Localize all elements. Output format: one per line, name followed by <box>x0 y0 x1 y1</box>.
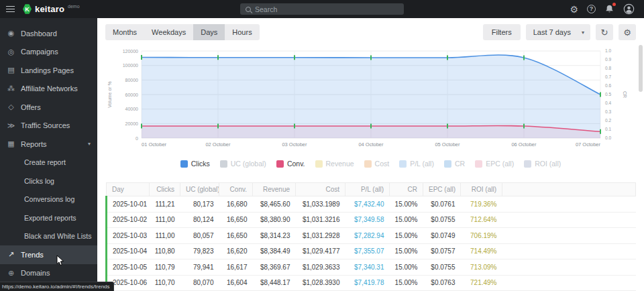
legend-item-revenue[interactable]: Revenue <box>315 160 354 168</box>
cell-epc: $0.0757 <box>423 243 461 259</box>
column-header-clicks[interactable]: Clicks <box>150 183 180 196</box>
svg-text:60000: 60000 <box>125 93 139 97</box>
column-header-revenue[interactable]: Revenue <box>253 183 296 196</box>
legend-swatch <box>524 160 531 168</box>
cell-pl: $7,282.94 <box>345 228 390 244</box>
column-header-roi[interactable]: ROI (all) <box>461 183 502 196</box>
cell-epc: $0.0755 <box>423 212 461 228</box>
user-avatar-icon[interactable] <box>623 3 635 15</box>
tab-hours[interactable]: Hours <box>225 24 259 40</box>
legend-item-clicks[interactable]: Clicks <box>180 160 210 168</box>
sidebar-item-trends[interactable]: ↗Trends <box>0 245 97 264</box>
menu-icon[interactable] <box>0 0 20 18</box>
table-row[interactable]: 2025-10-01111,2180,17316,680$8,465.60$1,… <box>107 196 636 213</box>
scrollbar-thumb[interactable] <box>639 45 643 92</box>
refresh-button[interactable]: ↻ <box>596 24 613 40</box>
cell-cr: 15.00% <box>390 259 423 276</box>
logo-text: keitaro <box>35 3 64 15</box>
column-header-day[interactable]: Day <box>107 183 150 196</box>
tab-months[interactable]: Months <box>105 24 144 40</box>
table-row[interactable]: 2025-10-05110,7979,94116,617$8,369.67$1,… <box>107 259 636 276</box>
sidebar-item-campaigns[interactable]: ◎Campaigns <box>0 43 97 62</box>
svg-text:0.3: 0.3 <box>605 109 611 114</box>
sidebar-item-exported-reports[interactable]: Exported reports <box>0 209 97 227</box>
svg-text:20000: 20000 <box>125 121 139 126</box>
svg-text:0.4: 0.4 <box>605 101 611 105</box>
svg-text:CR: CR <box>623 91 627 98</box>
sidebar-item-create-report[interactable]: Create report <box>0 154 97 172</box>
sidebar-item-affiliate-networks[interactable]: ⁂Affiliate Networks <box>0 80 97 99</box>
chevron-down-icon: ▾ <box>88 141 91 147</box>
app-logo[interactable]: K keitaro demo <box>23 3 80 15</box>
svg-text:120000: 120000 <box>123 49 138 54</box>
sidebar-item-label: Offers <box>21 103 41 111</box>
table-row[interactable]: 2025-10-04110,8079,82316,620$8,384.49$1,… <box>107 243 636 259</box>
legend-item-conv[interactable]: Conv. <box>276 160 305 168</box>
svg-text:02 October: 02 October <box>205 141 231 148</box>
legend-item-uc-global[interactable]: UC (global) <box>220 160 266 168</box>
trends-chart-svg: 02000040000600008000010000012000001 Octo… <box>105 44 636 152</box>
legend-item-cost[interactable]: Cost <box>364 160 390 168</box>
search-input[interactable] <box>255 5 398 13</box>
cell-cost: $1,033.1989 <box>296 196 345 213</box>
table-row[interactable]: 2025-10-03111,0080,05716,650$8,314.23$1,… <box>107 228 636 244</box>
column-header-cr[interactable]: CR <box>390 183 423 196</box>
cell-roi: 713.09% <box>461 259 502 276</box>
tab-days[interactable]: Days <box>193 24 225 40</box>
sidebar-item-domains[interactable]: ⊕Domains <box>0 264 97 283</box>
sidebar-item-traffic-sources[interactable]: ≫Traffic Sources <box>0 117 97 135</box>
legend-item-cr[interactable]: CR <box>444 160 465 168</box>
sidebar-item-black-and-white-lists[interactable]: Black and White Lists <box>0 227 97 246</box>
svg-text:04 October: 04 October <box>358 141 384 148</box>
cell-roi: 714.49% <box>461 243 502 259</box>
campaigns-icon: ◎ <box>7 48 15 56</box>
svg-text:07 October: 07 October <box>576 141 601 148</box>
notifications-bell-icon[interactable] <box>604 4 614 14</box>
cell-day: 2025-10-04 <box>107 243 150 259</box>
legend-item-epc-all[interactable]: EPC (all) <box>475 160 514 168</box>
svg-text:05 October: 05 October <box>435 141 460 148</box>
table-row[interactable]: 2025-10-02111,0080,12416,650$8,380.90$1,… <box>107 212 636 228</box>
cell-roi: 712.64% <box>461 212 502 228</box>
sidebar-item-label: Campaigns <box>21 48 58 56</box>
column-header-conv[interactable]: Conv. <box>219 183 253 196</box>
sidebar-item-dashboard[interactable]: ◉Dashboard <box>0 24 97 43</box>
cell-cr: 15.00% <box>390 243 423 259</box>
sidebar-item-offers[interactable]: ◇Offers <box>0 98 97 117</box>
cell-cr: 15.00% <box>390 196 423 213</box>
column-header-epc[interactable]: EPC (all) <box>423 183 461 196</box>
legend-label: Cost <box>375 160 390 168</box>
table-header-row: DayClicksUC (global)Conv.RevenueCostP/L … <box>107 183 636 196</box>
sidebar-item-clicks-log[interactable]: Clicks log <box>0 172 97 190</box>
svg-text:100000: 100000 <box>123 63 138 68</box>
notification-dot <box>612 3 616 6</box>
cell-cost: $1,029.4177 <box>296 243 345 259</box>
app-window: K keitaro demo ⚙ ? ◉Dashboard◎Campaigns▤… <box>0 0 644 291</box>
legend-item-pl-all[interactable]: P/L (all) <box>399 160 434 168</box>
tab-weekdays[interactable]: Weekdays <box>144 24 193 40</box>
sidebar-item-landings-pages[interactable]: ▤Landings Pages <box>0 61 97 80</box>
legend-label: Clicks <box>191 160 210 168</box>
column-header-pl[interactable]: P/L (all) <box>345 183 390 196</box>
legend-item-roi-all[interactable]: ROI (all) <box>524 160 561 168</box>
cell-day: 2025-10-01 <box>107 196 150 213</box>
svg-text:06 October: 06 October <box>511 141 537 148</box>
column-header-uc[interactable]: UC (global) <box>180 183 219 196</box>
column-header-cost[interactable]: Cost <box>296 183 345 196</box>
search-icon <box>246 7 251 12</box>
sidebar-item-reports[interactable]: ▦Reports▾ <box>0 135 97 154</box>
sidebar-item-label: Conversions log <box>24 195 74 203</box>
trends-chart[interactable]: 02000040000600008000010000012000001 Octo… <box>105 44 636 154</box>
cell-cr: 15.00% <box>390 228 423 244</box>
date-range-select[interactable]: Last 7 days ▾ <box>526 24 590 40</box>
search-box <box>240 3 404 15</box>
cell-roi: 719.36% <box>461 196 502 213</box>
settings-gear-icon[interactable]: ⚙ <box>570 5 578 14</box>
svg-text:01 October: 01 October <box>142 141 167 148</box>
filters-button[interactable]: Filters <box>483 24 521 40</box>
help-icon[interactable]: ? <box>587 5 596 13</box>
sidebar-item-conversions-log[interactable]: Conversions log <box>0 190 97 209</box>
chart-settings-button[interactable]: ⚙ <box>619 24 636 40</box>
table-row[interactable]: 2025-10-06110,7080,07016,604$8,448.17$1,… <box>107 275 636 291</box>
cell-revenue: $8,448.17 <box>253 275 296 291</box>
